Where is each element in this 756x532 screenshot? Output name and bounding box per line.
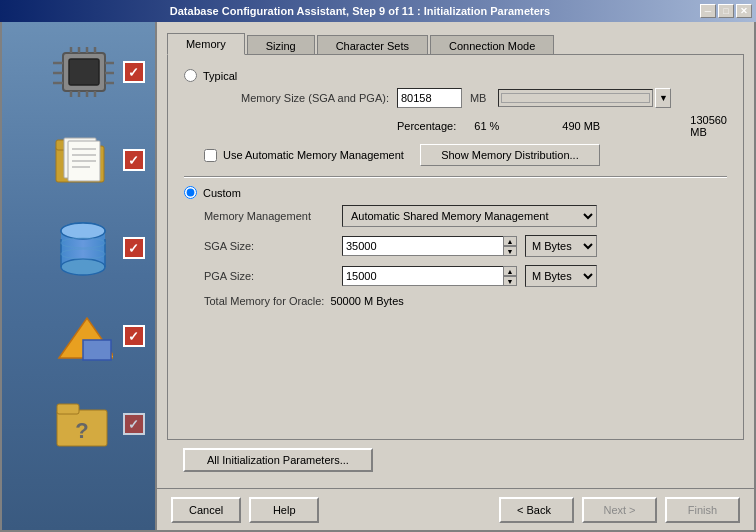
pga-label: PGA Size:: [204, 270, 334, 282]
maximize-button[interactable]: □: [718, 4, 734, 18]
svg-rect-1: [69, 59, 99, 85]
sga-spin-wrapper: ▲ ▼: [342, 236, 517, 256]
shapes-icon: [49, 306, 119, 366]
auto-memory-row: Use Automatic Memory Management Show Mem…: [204, 144, 727, 166]
pga-spin-down[interactable]: ▼: [503, 276, 517, 286]
footer: Cancel Help < Back Next > Finish: [157, 488, 754, 530]
memory-unit-label: MB: [470, 92, 487, 104]
total-label: Total Memory for Oracle:: [204, 295, 324, 307]
typical-label[interactable]: Typical: [203, 70, 237, 82]
sga-spin-down[interactable]: ▼: [503, 246, 517, 256]
chip-icon: [49, 42, 119, 102]
sga-size-row: SGA Size: ▲ ▼ M Bytes G Bytes: [204, 235, 727, 257]
memory-slider[interactable]: [498, 89, 653, 107]
back-button[interactable]: < Back: [499, 497, 574, 523]
mem-low: 490 MB: [562, 120, 622, 132]
typical-radio-row: Typical: [184, 69, 727, 82]
help-button[interactable]: Help: [249, 497, 319, 523]
show-distribution-button[interactable]: Show Memory Distribution...: [420, 144, 600, 166]
tab-container: Memory Sizing Character Sets Connection …: [157, 22, 754, 488]
footer-left: Cancel Help: [171, 497, 319, 523]
custom-label[interactable]: Custom: [203, 187, 241, 199]
database-icon: [49, 218, 119, 278]
memory-management-select[interactable]: Automatic Shared Memory Management Manua…: [342, 205, 597, 227]
custom-radio-row: Custom: [184, 186, 727, 199]
all-init-params-button[interactable]: All Initialization Parameters...: [183, 448, 373, 472]
sidebar-item-4: ✓: [12, 306, 145, 366]
main-window: ✓: [0, 22, 756, 532]
memory-slider-container: ▼: [498, 88, 671, 108]
tab-panel-memory: Typical Memory Size (SGA and PGA): MB: [167, 54, 744, 440]
finish-button[interactable]: Finish: [665, 497, 740, 523]
separator: [184, 176, 727, 178]
total-value: 50000 M Bytes: [330, 295, 403, 307]
memory-size-row: Memory Size (SGA and PGA): MB ▼: [204, 88, 727, 108]
pga-input[interactable]: [342, 266, 504, 286]
svg-text:?: ?: [75, 418, 88, 443]
sidebar: ✓: [2, 22, 157, 530]
content-panel: Memory Sizing Character Sets Connection …: [157, 22, 754, 530]
title-bar-buttons: ─ □ ✕: [700, 4, 752, 18]
cancel-button[interactable]: Cancel: [171, 497, 241, 523]
pga-spin-up[interactable]: ▲: [503, 266, 517, 276]
bottom-area: All Initialization Parameters...: [167, 440, 744, 478]
custom-radio[interactable]: [184, 186, 197, 199]
pga-spin-buttons: ▲ ▼: [503, 266, 517, 286]
check-badge-2: ✓: [123, 149, 145, 171]
typical-section: Memory Size (SGA and PGA): MB ▼: [204, 88, 727, 166]
tab-bar: Memory Sizing Character Sets Connection …: [167, 32, 744, 54]
svg-rect-37: [83, 340, 111, 360]
slider-dropdown[interactable]: ▼: [655, 88, 671, 108]
sga-unit-select[interactable]: M Bytes G Bytes: [525, 235, 597, 257]
sga-spin-up[interactable]: ▲: [503, 236, 517, 246]
percentage-value: 61 %: [474, 120, 514, 132]
memory-management-row: Memory Management Automatic Shared Memor…: [204, 205, 727, 227]
sidebar-item-1: ✓: [12, 42, 145, 102]
auto-memory-checkbox[interactable]: [204, 149, 217, 162]
memory-size-label: Memory Size (SGA and PGA):: [204, 92, 389, 104]
percentage-label: Percentage:: [397, 120, 456, 132]
window-title: Database Configuration Assistant, Step 9…: [20, 5, 700, 17]
pga-spin-wrapper: ▲ ▼: [342, 266, 517, 286]
check-badge-4: ✓: [123, 325, 145, 347]
memory-size-input[interactable]: [397, 88, 462, 108]
sidebar-item-3: ✓: [12, 218, 145, 278]
check-badge-1: ✓: [123, 61, 145, 83]
title-bar: Database Configuration Assistant, Step 9…: [0, 0, 756, 22]
folder-docs-icon: [49, 130, 119, 190]
typical-radio[interactable]: [184, 69, 197, 82]
next-button[interactable]: Next >: [582, 497, 657, 523]
percentage-row: Percentage: 61 % 490 MB 130560 MB: [397, 114, 727, 138]
mem-high: 130560 MB: [690, 114, 727, 138]
svg-point-31: [61, 223, 105, 239]
svg-point-30: [61, 259, 105, 275]
svg-rect-39: [57, 404, 79, 414]
pga-size-row: PGA Size: ▲ ▼ M Bytes G Bytes: [204, 265, 727, 287]
tab-memory[interactable]: Memory: [167, 33, 245, 55]
auto-memory-label[interactable]: Use Automatic Memory Management: [223, 149, 404, 161]
check-badge-5: ✓: [123, 413, 145, 435]
sga-label: SGA Size:: [204, 240, 334, 252]
close-button[interactable]: ✕: [736, 4, 752, 18]
sga-spin-buttons: ▲ ▼: [503, 236, 517, 256]
pga-unit-select[interactable]: M Bytes G Bytes: [525, 265, 597, 287]
footer-right: < Back Next > Finish: [499, 497, 740, 523]
sidebar-item-2: ✓: [12, 130, 145, 190]
total-memory-row: Total Memory for Oracle: 50000 M Bytes: [204, 295, 727, 307]
memory-management-label: Memory Management: [204, 210, 334, 222]
sga-input[interactable]: [342, 236, 504, 256]
custom-section: Memory Management Automatic Shared Memor…: [204, 205, 727, 307]
minimize-button[interactable]: ─: [700, 4, 716, 18]
sidebar-item-5: ? ✓: [12, 394, 145, 454]
check-badge-3: ✓: [123, 237, 145, 259]
folder-question-icon: ?: [49, 394, 119, 454]
